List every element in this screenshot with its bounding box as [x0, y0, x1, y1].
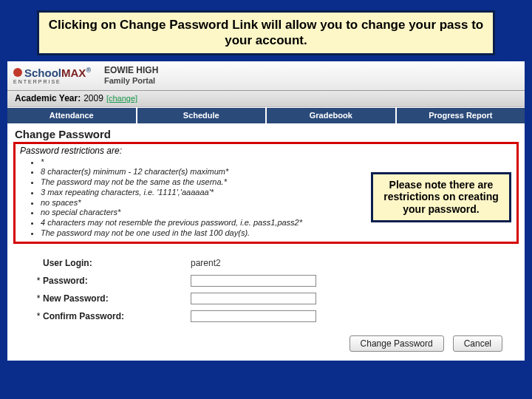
- row-password: * Password:: [34, 272, 510, 290]
- row-user-login: User Login: parent2: [34, 254, 510, 272]
- restriction-item: *: [41, 157, 512, 168]
- logo-dot-icon: [13, 68, 22, 77]
- logo: SchoolMAX® ENTERPRISE: [13, 67, 91, 84]
- user-login-label: User Login:: [43, 258, 191, 268]
- user-login-value: parent2: [191, 258, 383, 268]
- required-star: *: [34, 311, 43, 321]
- logo-part-2: o: [52, 66, 58, 79]
- button-row: Change Password Cancel: [7, 331, 525, 361]
- required-star: *: [34, 293, 43, 304]
- restrictions-heading: Password restrictions are:: [20, 146, 512, 156]
- change-year-link[interactable]: [change]: [106, 94, 137, 103]
- row-new-password: * New Password:: [34, 290, 510, 307]
- confirm-password-input[interactable]: [191, 310, 316, 322]
- new-password-input[interactable]: [191, 293, 316, 304]
- password-input[interactable]: [191, 275, 316, 287]
- year-label: Academic Year:: [15, 93, 81, 103]
- tab-attendance[interactable]: Attendance: [7, 108, 137, 123]
- logo-reg-icon: ®: [86, 66, 91, 74]
- header-school-block: EOWIE HIGH Family Portal: [104, 66, 158, 84]
- cancel-button[interactable]: Cancel: [453, 335, 502, 352]
- logo-part-max: MAX: [61, 66, 86, 79]
- logo-text: SchoolMAX®: [24, 67, 91, 78]
- password-label: Password:: [43, 276, 191, 286]
- required-star: *: [34, 276, 43, 286]
- tab-schedule[interactable]: Schedule: [137, 108, 267, 123]
- logo-part-1: Scho: [24, 66, 52, 79]
- tab-progress-report[interactable]: Progress Report: [397, 108, 525, 123]
- app-header: SchoolMAX® ENTERPRISE EOWIE HIGH Family …: [7, 61, 525, 91]
- change-password-form: User Login: parent2 * Password: * New Pa…: [7, 247, 525, 331]
- academic-year-bar: Academic Year: 2009 [change]: [7, 91, 525, 107]
- confirm-password-label: Confirm Password:: [43, 311, 191, 321]
- row-confirm-password: * Confirm Password:: [34, 307, 510, 325]
- school-name: EOWIE HIGH: [104, 66, 158, 75]
- page-title: Change Password: [7, 123, 525, 142]
- callout-top: Clicking on Change Password Link will al…: [37, 10, 495, 55]
- year-value: 2009: [83, 93, 103, 103]
- app-frame: SchoolMAX® ENTERPRISE EOWIE HIGH Family …: [7, 61, 525, 361]
- new-password-label: New Password:: [43, 293, 191, 304]
- portal-label: Family Portal: [104, 76, 158, 85]
- change-password-button[interactable]: Change Password: [349, 335, 444, 352]
- restriction-item: The password may not be one used in the …: [41, 228, 512, 239]
- logo-subtext: ENTERPRISE: [13, 79, 91, 84]
- callout-side: Please note there are restrictions on cr…: [371, 172, 511, 222]
- tab-gradebook[interactable]: Gradebook: [267, 108, 397, 123]
- tab-bar: Attendance Schedule Gradebook Progress R…: [7, 107, 525, 123]
